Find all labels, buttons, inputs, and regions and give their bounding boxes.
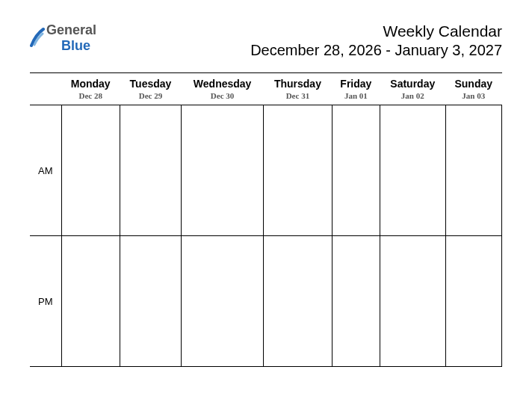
day-date: Dec 31 bbox=[267, 91, 329, 100]
day-date: Dec 29 bbox=[123, 91, 178, 100]
day-date: Jan 01 bbox=[335, 91, 377, 100]
day-header: Tuesday Dec 29 bbox=[120, 73, 181, 105]
calendar-cell[interactable] bbox=[445, 105, 501, 236]
calendar-header-row: Monday Dec 28 Tuesday Dec 29 Wednesday D… bbox=[30, 73, 502, 105]
calendar-cell[interactable] bbox=[332, 105, 380, 236]
calendar-cell[interactable] bbox=[182, 236, 264, 367]
title-block: Weekly Calendar December 28, 2026 - Janu… bbox=[250, 22, 502, 59]
calendar-grid: Monday Dec 28 Tuesday Dec 29 Wednesday D… bbox=[30, 72, 502, 367]
date-range: December 28, 2026 - January 3, 2027 bbox=[250, 42, 502, 59]
row-label-am: AM bbox=[30, 105, 61, 236]
calendar-cell[interactable] bbox=[445, 236, 501, 367]
day-header: Friday Jan 01 bbox=[332, 73, 380, 105]
calendar-cell[interactable] bbox=[61, 105, 120, 236]
calendar-cell[interactable] bbox=[264, 236, 332, 367]
day-date: Dec 28 bbox=[64, 91, 117, 100]
day-name: Wednesday bbox=[185, 78, 261, 90]
header-blank-cell bbox=[30, 73, 61, 105]
calendar-cell[interactable] bbox=[61, 236, 120, 367]
calendar-pm-row: PM bbox=[30, 236, 502, 367]
calendar-cell[interactable] bbox=[380, 105, 445, 236]
logo-text: General Blue bbox=[46, 22, 96, 54]
logo-word-1: General bbox=[46, 22, 96, 37]
day-header: Wednesday Dec 30 bbox=[182, 73, 264, 105]
day-name: Monday bbox=[64, 78, 117, 90]
day-name: Tuesday bbox=[123, 78, 178, 90]
calendar-cell[interactable] bbox=[380, 236, 445, 367]
calendar-cell[interactable] bbox=[182, 105, 264, 236]
day-date: Jan 02 bbox=[383, 91, 442, 100]
page-title: Weekly Calendar bbox=[250, 22, 502, 40]
day-date: Dec 30 bbox=[185, 91, 261, 100]
calendar-cell[interactable] bbox=[264, 105, 332, 236]
day-header: Monday Dec 28 bbox=[61, 73, 120, 105]
calendar-cell[interactable] bbox=[332, 236, 380, 367]
calendar-cell[interactable] bbox=[120, 105, 181, 236]
header-row: General Blue Weekly Calendar December 28… bbox=[30, 22, 502, 59]
day-name: Friday bbox=[335, 78, 377, 90]
day-name: Thursday bbox=[267, 78, 329, 90]
row-label-pm: PM bbox=[30, 236, 61, 367]
logo: General Blue bbox=[30, 22, 96, 54]
logo-word-2: Blue bbox=[61, 38, 90, 53]
day-header: Thursday Dec 31 bbox=[264, 73, 332, 105]
day-header: Sunday Jan 03 bbox=[445, 73, 501, 105]
day-name: Sunday bbox=[448, 78, 498, 90]
calendar-cell[interactable] bbox=[120, 236, 181, 367]
day-name: Saturday bbox=[383, 78, 442, 90]
day-date: Jan 03 bbox=[448, 91, 498, 100]
day-header: Saturday Jan 02 bbox=[380, 73, 445, 105]
calendar-am-row: AM bbox=[30, 105, 502, 236]
logo-swoosh-icon bbox=[30, 27, 45, 49]
